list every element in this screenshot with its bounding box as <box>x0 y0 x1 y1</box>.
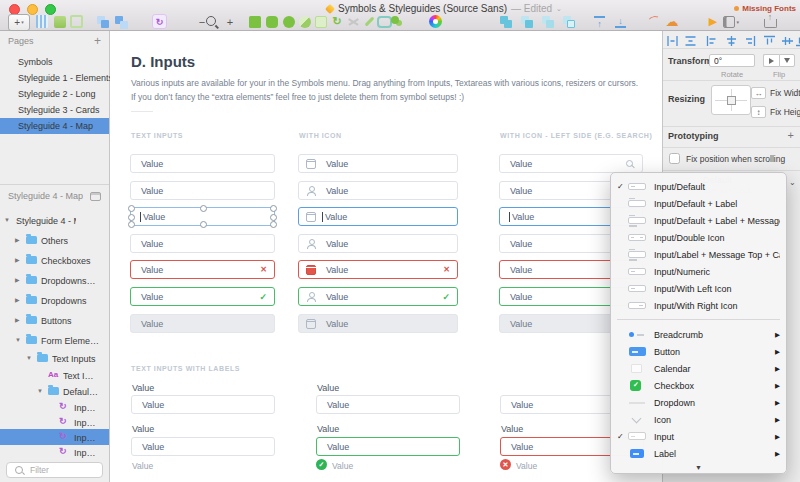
union-icon[interactable] <box>498 14 514 29</box>
shape-square-icon[interactable] <box>247 14 263 29</box>
menu-item-category[interactable]: Calendar▶ <box>611 360 786 377</box>
symbol-create-icon[interactable] <box>152 14 167 29</box>
pencil-icon[interactable] <box>361 14 377 29</box>
menu-item-category[interactable]: Breadcrumb▶ <box>611 326 786 343</box>
panel-toggle-icon[interactable] <box>90 192 101 201</box>
menu-item-variant[interactable]: Input/With Right Icon <box>611 297 786 314</box>
canvas-input-focused[interactable]: Value <box>298 207 458 226</box>
chevron-right-icon[interactable]: ▶ <box>15 237 20 243</box>
canvas-input-error[interactable]: Value <box>298 260 458 279</box>
canvas-input-default[interactable]: Value <box>499 154 643 173</box>
missing-fonts-badge[interactable]: Missing Fonts <box>734 4 796 13</box>
canvas-input-success[interactable]: Value <box>316 437 460 456</box>
layer-item[interactable]: ▶Others <box>0 232 109 248</box>
play-icon[interactable] <box>705 14 721 29</box>
selection-handle[interactable] <box>270 221 277 228</box>
layer-item[interactable]: ↻Inp… <box>0 414 109 430</box>
fix-position-checkbox[interactable]: Fix position when scrolling <box>669 153 785 164</box>
align-middle-icon[interactable] <box>781 33 794 45</box>
menu-item-category[interactable]: Button▶ <box>611 343 786 360</box>
layer-item[interactable]: ↻Inp… <box>0 444 109 460</box>
menu-item-variant[interactable]: Input/Default + Label + Message <box>611 212 786 229</box>
selection-handle[interactable] <box>128 221 135 228</box>
canvas-input-disabled[interactable]: Value <box>298 314 458 333</box>
menu-item-category[interactable]: ✓Input▶ <box>611 428 786 445</box>
distribute-vertical-icon[interactable] <box>684 33 697 45</box>
layer-item[interactable]: ▼Defaul… <box>0 383 109 399</box>
canvas-input-default[interactable]: Value <box>298 234 458 253</box>
layer-item[interactable]: ▼Form Eleme… <box>0 332 109 348</box>
canvas-input-default[interactable]: Value <box>298 181 458 200</box>
menu-item-category[interactable]: Checkbox▶ <box>611 377 786 394</box>
menu-item-category[interactable]: Label▶ <box>611 445 786 462</box>
zoom-in-icon[interactable] <box>222 14 238 29</box>
resizing-widget[interactable] <box>711 85 751 115</box>
canvas-input-error[interactable]: Value <box>130 260 275 279</box>
add-prototype-button[interactable]: + <box>788 130 794 141</box>
canvas-input-selected[interactable]: Value <box>130 207 275 226</box>
layer-item[interactable]: AaText I… <box>0 367 109 383</box>
page-item[interactable]: Symbols <box>0 54 109 70</box>
canvas-input-success[interactable]: Value <box>298 287 458 306</box>
menu-item-variant[interactable]: Input/Default + Label <box>611 195 786 212</box>
insert-plus-icon[interactable] <box>8 14 30 31</box>
canvas-input-default[interactable]: Value <box>298 154 458 173</box>
menu-item-variant[interactable]: Input/With Left Icon <box>611 280 786 297</box>
canvas-input-default[interactable]: Value <box>130 234 275 253</box>
intersect-icon[interactable] <box>540 14 556 29</box>
view-toggle-icon[interactable] <box>723 14 739 29</box>
distribute-horizontal-icon[interactable] <box>666 33 679 45</box>
artboard-icon[interactable] <box>34 14 50 29</box>
align-left-icon[interactable] <box>706 33 719 45</box>
chevron-down-icon[interactable]: ▼ <box>4 217 10 223</box>
shape-oval-icon[interactable] <box>281 14 297 29</box>
export-icon[interactable] <box>762 14 778 29</box>
layer-item[interactable]: ↻Inp… <box>0 399 109 415</box>
canvas-input-default[interactable]: Value <box>131 395 275 414</box>
selection-handle[interactable] <box>270 205 277 212</box>
canvas-input-default[interactable]: Value <box>130 154 275 173</box>
chevron-right-icon[interactable]: ▶ <box>15 257 20 263</box>
chevron-down-icon[interactable]: ▼ <box>26 355 32 361</box>
difference-icon[interactable] <box>561 14 577 29</box>
menu-item-variant[interactable]: Input/Label + Message Top + Caption Belo… <box>611 246 786 263</box>
curve-icon[interactable] <box>646 14 662 29</box>
send-backward-icon[interactable] <box>615 15 626 28</box>
rotate-icon[interactable] <box>329 14 345 29</box>
selection-handle[interactable] <box>128 205 135 212</box>
selection-handle[interactable] <box>200 205 207 212</box>
menu-item-category[interactable]: Dropdown▶ <box>611 394 786 411</box>
chevron-right-icon[interactable]: ▶ <box>15 297 20 303</box>
add-page-button[interactable]: + <box>94 35 101 47</box>
bring-forward-icon[interactable] <box>594 16 605 29</box>
menu-item-variant[interactable]: ✓Input/Default <box>611 178 786 195</box>
layer-item[interactable]: ▼Styleguide 4 - Map… <box>0 212 109 228</box>
slice-icon[interactable] <box>68 14 84 29</box>
filter-input[interactable] <box>28 464 92 476</box>
shape-half-icon[interactable] <box>297 14 313 29</box>
canvas-input-default[interactable]: Value <box>316 395 460 414</box>
menu-item-category[interactable]: Icon▶ <box>611 411 786 428</box>
selection-handle[interactable] <box>270 214 277 221</box>
chevron-down-icon[interactable]: ⌄ <box>556 5 562 12</box>
fix-height-toggle[interactable]: ↕ Fix Height <box>751 106 800 118</box>
align-top-icon[interactable] <box>763 33 776 45</box>
vector-icon[interactable] <box>376 14 392 29</box>
color-wheel-icon[interactable] <box>427 14 443 29</box>
scissors-icon[interactable] <box>346 14 362 29</box>
layer-item[interactable]: ▶Dropdowns <box>0 292 109 308</box>
flip-vertical-button[interactable] <box>779 54 795 67</box>
ungroup-icon[interactable] <box>113 14 129 29</box>
group-icon[interactable] <box>95 14 111 29</box>
layer-item[interactable]: ▼Text Inputs <box>0 350 109 366</box>
chevron-right-icon[interactable]: ▶ <box>15 317 20 323</box>
menu-item-variant[interactable]: Input/Numeric <box>611 263 786 280</box>
canvas[interactable]: D. Inputs Various inputs are available f… <box>110 30 662 482</box>
layer-item[interactable]: ▶Checkboxes <box>0 252 109 268</box>
menu-scroll-down[interactable]: ▼ <box>611 464 786 471</box>
canvas-input-success[interactable]: Value <box>130 287 275 306</box>
blob-icon[interactable] <box>391 14 407 29</box>
subtract-icon[interactable] <box>519 14 535 29</box>
flip-horizontal-button[interactable] <box>763 54 779 67</box>
selection-handle[interactable] <box>200 221 207 228</box>
